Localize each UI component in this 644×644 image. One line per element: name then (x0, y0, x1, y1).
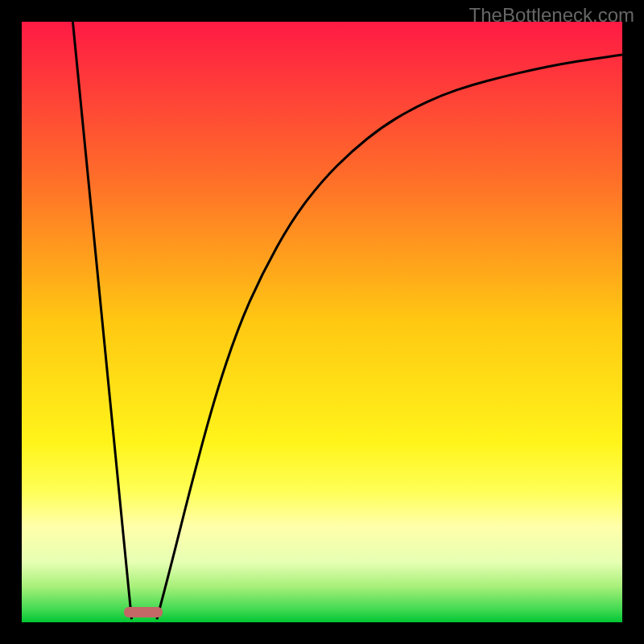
plot-area (22, 22, 622, 622)
right-curve-path (157, 55, 622, 619)
chart-container: TheBottleneck.com (0, 0, 644, 644)
watermark-text: TheBottleneck.com (469, 4, 634, 27)
left-line-path (72, 22, 131, 619)
curve-overlay (22, 22, 622, 622)
minimum-marker (124, 607, 163, 617)
